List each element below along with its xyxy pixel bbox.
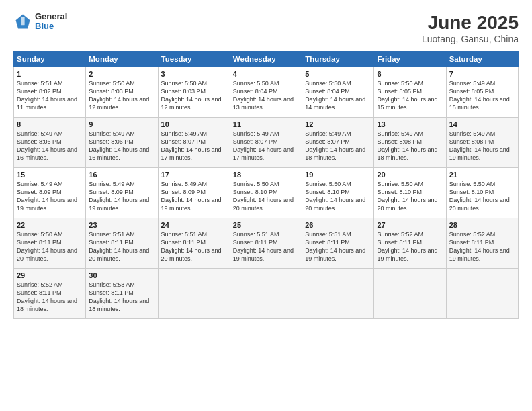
- calendar-cell: 10Sunrise: 5:49 AMSunset: 8:07 PMDayligh…: [158, 118, 230, 168]
- day-info: Sunrise: 5:50 AMSunset: 8:10 PMDaylight:…: [305, 180, 371, 213]
- day-info: Sunrise: 5:52 AMSunset: 8:11 PMDaylight:…: [449, 230, 515, 263]
- day-number: 19: [305, 171, 371, 179]
- day-info: Sunrise: 5:50 AMSunset: 8:10 PMDaylight:…: [449, 180, 515, 213]
- day-info: Sunrise: 5:49 AMSunset: 8:08 PMDaylight:…: [449, 130, 515, 163]
- calendar-cell: 4Sunrise: 5:50 AMSunset: 8:04 PMDaylight…: [230, 67, 302, 118]
- day-number: 14: [449, 120, 515, 128]
- day-number: 27: [377, 221, 443, 229]
- calendar-week-1: 1Sunrise: 5:51 AMSunset: 8:02 PMDaylight…: [14, 67, 519, 118]
- calendar-cell: 24Sunrise: 5:51 AMSunset: 8:11 PMDayligh…: [158, 218, 230, 269]
- calendar-cell: 23Sunrise: 5:51 AMSunset: 8:11 PMDayligh…: [86, 218, 158, 269]
- calendar-week-5: 29Sunrise: 5:52 AMSunset: 8:11 PMDayligh…: [14, 269, 519, 319]
- calendar-cell: 19Sunrise: 5:50 AMSunset: 8:10 PMDayligh…: [302, 168, 374, 218]
- day-info: Sunrise: 5:50 AMSunset: 8:04 PMDaylight:…: [305, 79, 371, 112]
- day-info: Sunrise: 5:52 AMSunset: 8:11 PMDaylight:…: [377, 230, 443, 263]
- day-number: 9: [89, 120, 154, 128]
- logo-text: General Blue: [35, 12, 67, 32]
- page: General Blue June 2025 Luotang, Gansu, C…: [0, 0, 532, 411]
- day-info: Sunrise: 5:53 AMSunset: 8:11 PMDaylight:…: [89, 281, 154, 314]
- col-header-monday: Monday: [86, 52, 158, 67]
- day-info: Sunrise: 5:50 AMSunset: 8:10 PMDaylight:…: [377, 180, 443, 213]
- calendar-cell: 28Sunrise: 5:52 AMSunset: 8:11 PMDayligh…: [446, 218, 518, 269]
- calendar-cell: 1Sunrise: 5:51 AMSunset: 8:02 PMDaylight…: [14, 67, 86, 118]
- col-header-thursday: Thursday: [302, 52, 374, 67]
- calendar-cell: [446, 269, 518, 319]
- col-header-saturday: Saturday: [446, 52, 518, 67]
- logo-icon: [13, 12, 32, 31]
- day-number: 2: [89, 70, 154, 78]
- calendar-cell: 12Sunrise: 5:49 AMSunset: 8:07 PMDayligh…: [302, 118, 374, 168]
- day-number: 8: [17, 120, 83, 128]
- calendar-cell: 11Sunrise: 5:49 AMSunset: 8:07 PMDayligh…: [230, 118, 302, 168]
- day-info: Sunrise: 5:49 AMSunset: 8:09 PMDaylight:…: [161, 180, 227, 213]
- calendar-cell: 30Sunrise: 5:53 AMSunset: 8:11 PMDayligh…: [86, 269, 158, 319]
- svg-rect-2: [21, 17, 24, 25]
- day-info: Sunrise: 5:51 AMSunset: 8:11 PMDaylight:…: [305, 230, 371, 263]
- day-number: 29: [17, 271, 83, 279]
- day-info: Sunrise: 5:49 AMSunset: 8:05 PMDaylight:…: [449, 79, 515, 112]
- calendar-cell: 29Sunrise: 5:52 AMSunset: 8:11 PMDayligh…: [14, 269, 86, 319]
- calendar-cell: 27Sunrise: 5:52 AMSunset: 8:11 PMDayligh…: [374, 218, 446, 269]
- calendar-cell: [158, 269, 230, 319]
- logo-blue-text: Blue: [35, 21, 67, 31]
- calendar-cell: 9Sunrise: 5:49 AMSunset: 8:06 PMDaylight…: [86, 118, 158, 168]
- calendar-cell: 2Sunrise: 5:50 AMSunset: 8:03 PMDaylight…: [86, 67, 158, 118]
- calendar-cell: 22Sunrise: 5:50 AMSunset: 8:11 PMDayligh…: [14, 218, 86, 269]
- col-header-tuesday: Tuesday: [158, 52, 230, 67]
- day-info: Sunrise: 5:50 AMSunset: 8:10 PMDaylight:…: [233, 180, 299, 213]
- calendar-cell: 21Sunrise: 5:50 AMSunset: 8:10 PMDayligh…: [446, 168, 518, 218]
- day-number: 3: [161, 70, 227, 78]
- day-info: Sunrise: 5:51 AMSunset: 8:11 PMDaylight:…: [161, 230, 227, 263]
- calendar-week-4: 22Sunrise: 5:50 AMSunset: 8:11 PMDayligh…: [14, 218, 519, 269]
- day-info: Sunrise: 5:49 AMSunset: 8:06 PMDaylight:…: [17, 130, 83, 163]
- day-number: 6: [377, 70, 443, 78]
- calendar-cell: 15Sunrise: 5:49 AMSunset: 8:09 PMDayligh…: [14, 168, 86, 218]
- day-number: 23: [89, 221, 154, 229]
- logo: General Blue: [13, 12, 67, 32]
- day-number: 26: [305, 221, 371, 229]
- day-number: 28: [449, 221, 515, 229]
- header: General Blue June 2025 Luotang, Gansu, C…: [13, 12, 519, 44]
- calendar-cell: [230, 269, 302, 319]
- title-block: June 2025 Luotang, Gansu, China: [422, 12, 519, 44]
- calendar-cell: 26Sunrise: 5:51 AMSunset: 8:11 PMDayligh…: [302, 218, 374, 269]
- calendar-title: June 2025: [422, 12, 519, 34]
- day-info: Sunrise: 5:51 AMSunset: 8:02 PMDaylight:…: [17, 79, 83, 112]
- calendar-cell: 3Sunrise: 5:50 AMSunset: 8:03 PMDaylight…: [158, 67, 230, 118]
- calendar-cell: 17Sunrise: 5:49 AMSunset: 8:09 PMDayligh…: [158, 168, 230, 218]
- day-number: 12: [305, 120, 371, 128]
- day-info: Sunrise: 5:50 AMSunset: 8:03 PMDaylight:…: [161, 79, 227, 112]
- day-info: Sunrise: 5:49 AMSunset: 8:07 PMDaylight:…: [161, 130, 227, 163]
- col-header-sunday: Sunday: [14, 52, 86, 67]
- calendar-cell: 7Sunrise: 5:49 AMSunset: 8:05 PMDaylight…: [446, 67, 518, 118]
- day-info: Sunrise: 5:50 AMSunset: 8:05 PMDaylight:…: [377, 79, 443, 112]
- calendar-week-2: 8Sunrise: 5:49 AMSunset: 8:06 PMDaylight…: [14, 118, 519, 168]
- day-info: Sunrise: 5:50 AMSunset: 8:11 PMDaylight:…: [17, 230, 83, 263]
- day-number: 15: [17, 171, 83, 179]
- calendar-cell: 8Sunrise: 5:49 AMSunset: 8:06 PMDaylight…: [14, 118, 86, 168]
- day-number: 17: [161, 171, 227, 179]
- calendar-cell: 13Sunrise: 5:49 AMSunset: 8:08 PMDayligh…: [374, 118, 446, 168]
- day-info: Sunrise: 5:51 AMSunset: 8:11 PMDaylight:…: [89, 230, 154, 263]
- day-number: 11: [233, 120, 299, 128]
- day-number: 13: [377, 120, 443, 128]
- day-info: Sunrise: 5:49 AMSunset: 8:07 PMDaylight:…: [305, 130, 371, 163]
- day-number: 20: [377, 171, 443, 179]
- calendar-cell: 14Sunrise: 5:49 AMSunset: 8:08 PMDayligh…: [446, 118, 518, 168]
- calendar-subtitle: Luotang, Gansu, China: [422, 34, 519, 44]
- calendar-cell: 20Sunrise: 5:50 AMSunset: 8:10 PMDayligh…: [374, 168, 446, 218]
- day-number: 4: [233, 70, 299, 78]
- day-number: 30: [89, 271, 154, 279]
- calendar-header-row: SundayMondayTuesdayWednesdayThursdayFrid…: [14, 52, 519, 67]
- day-number: 7: [449, 70, 515, 78]
- calendar-cell: 18Sunrise: 5:50 AMSunset: 8:10 PMDayligh…: [230, 168, 302, 218]
- day-info: Sunrise: 5:51 AMSunset: 8:11 PMDaylight:…: [233, 230, 299, 263]
- day-number: 16: [89, 171, 154, 179]
- day-number: 18: [233, 171, 299, 179]
- day-info: Sunrise: 5:49 AMSunset: 8:08 PMDaylight:…: [377, 130, 443, 163]
- day-number: 22: [17, 221, 83, 229]
- logo-general-text: General: [35, 12, 67, 21]
- day-number: 1: [17, 70, 83, 78]
- day-info: Sunrise: 5:50 AMSunset: 8:04 PMDaylight:…: [233, 79, 299, 112]
- day-number: 5: [305, 70, 371, 78]
